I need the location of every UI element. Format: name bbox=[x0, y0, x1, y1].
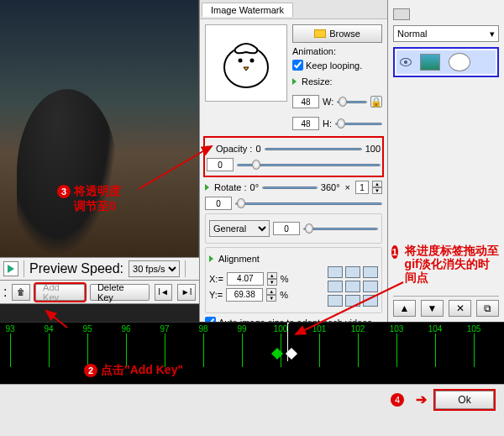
delete-layer-button[interactable]: ✕ bbox=[449, 300, 471, 317]
general-slider[interactable] bbox=[303, 222, 378, 235]
align-x-input[interactable] bbox=[227, 272, 264, 286]
expand-icon[interactable] bbox=[209, 255, 213, 262]
folder-icon bbox=[314, 29, 326, 38]
expand-icon[interactable] bbox=[207, 145, 211, 152]
play-icon bbox=[8, 265, 14, 273]
prev-key-button[interactable]: I◄ bbox=[155, 284, 173, 301]
arrow-icon: ➔ bbox=[416, 391, 427, 407]
align-y-input[interactable] bbox=[226, 288, 263, 302]
blend-mode-select[interactable]: Normal▾ bbox=[393, 25, 499, 42]
timeline-tick: 95 bbox=[71, 324, 104, 367]
marker-2: 2 bbox=[84, 364, 97, 377]
opacity-input[interactable] bbox=[207, 158, 234, 171]
layers-panel: Normal▾ 1 将进度标签拖动至gif淡化消失的时间点 ▲ ▼ ✕ ⧉ bbox=[388, 0, 504, 322]
general-input[interactable] bbox=[273, 222, 300, 235]
opacity-max: 100 bbox=[365, 144, 381, 154]
watermark-thumbnail[interactable] bbox=[205, 24, 287, 102]
annotation-3: 3将透明度 调节至0 bbox=[57, 183, 121, 213]
expand-icon[interactable] bbox=[292, 78, 297, 85]
marker-3: 3 bbox=[57, 185, 71, 198]
browse-button[interactable]: Browse bbox=[292, 24, 382, 43]
annotation-2: 2点击"Add Key" bbox=[84, 363, 183, 378]
rotate-marker bbox=[262, 181, 318, 194]
play-button[interactable] bbox=[3, 261, 18, 276]
layer-row[interactable] bbox=[396, 50, 496, 74]
resize-w-slider[interactable] bbox=[337, 95, 367, 108]
y-spinner[interactable]: ▲▼ bbox=[266, 288, 276, 302]
layers-list bbox=[393, 47, 499, 77]
marker-4: 4 bbox=[391, 393, 404, 407]
timeline-tick: 99 bbox=[225, 324, 259, 367]
watermark-panel: Image Watermark Browse An bbox=[199, 0, 388, 322]
svg-point-2 bbox=[250, 59, 255, 63]
opacity-label: Opacity : bbox=[216, 144, 252, 154]
resize-h-input[interactable] bbox=[292, 117, 319, 130]
svg-point-1 bbox=[239, 59, 243, 63]
move-down-button[interactable]: ▼ bbox=[421, 300, 444, 317]
next-key-button[interactable]: ►I bbox=[177, 284, 196, 301]
x-spinner[interactable]: ▲▼ bbox=[267, 272, 277, 286]
timeline-tick: 98 bbox=[186, 324, 220, 367]
key-toolbar: : 🗑 Add Key Delete Key I◄ ►I bbox=[0, 281, 199, 304]
opacity-min: 0 bbox=[255, 144, 260, 154]
key-prefix: : bbox=[3, 285, 7, 300]
rotate-label: Rotate : bbox=[214, 182, 247, 192]
keep-looping-checkbox[interactable]: Keep looping. bbox=[292, 60, 382, 71]
timeline-tick: 94 bbox=[32, 324, 66, 367]
timeline-tick: 100 bbox=[264, 324, 297, 367]
watermark-bird-icon bbox=[217, 34, 276, 92]
chevron-down-icon: ▾ bbox=[490, 29, 495, 39]
bottom-bar: 4 ➔ Ok bbox=[0, 384, 504, 414]
printer-icon[interactable] bbox=[393, 8, 410, 20]
marker-1: 1 bbox=[391, 245, 398, 259]
preview-toolbar: Preview Speed: 30 fps/s bbox=[0, 257, 199, 281]
alignment-label: Alignment bbox=[218, 254, 260, 264]
delete-icon-button[interactable]: 🗑 bbox=[12, 284, 30, 301]
move-up-button[interactable]: ▲ bbox=[393, 300, 416, 317]
ok-button[interactable]: Ok bbox=[435, 391, 494, 409]
video-preview[interactable]: 3将透明度 调节至0 bbox=[0, 0, 199, 257]
timeline-tick: 96 bbox=[109, 324, 143, 367]
resize-w-input[interactable] bbox=[292, 95, 319, 108]
expand-icon[interactable] bbox=[205, 184, 209, 191]
duplicate-layer-button[interactable]: ⧉ bbox=[476, 300, 499, 317]
lock-aspect-button[interactable]: 🔒 bbox=[370, 96, 382, 108]
layer-ops: ▲ ▼ ✕ ⧉ bbox=[393, 296, 499, 317]
rotate-input[interactable] bbox=[205, 197, 232, 210]
animation-label: Animation: bbox=[292, 46, 382, 56]
opacity-group-highlight: Opacity : 0 100 bbox=[205, 138, 382, 176]
timeline-tick: 102 bbox=[341, 324, 375, 367]
alignment-grid[interactable] bbox=[328, 266, 378, 307]
add-key-button[interactable]: Add Key bbox=[35, 284, 85, 301]
timeline-tick: 104 bbox=[418, 324, 452, 367]
rotate-mult-input[interactable] bbox=[355, 181, 369, 194]
resize-h-slider[interactable] bbox=[335, 117, 382, 130]
resize-label: Resize: bbox=[302, 76, 333, 87]
preview-speed-label: Preview Speed: bbox=[29, 261, 123, 276]
layer-watermark-thumb bbox=[449, 53, 470, 71]
timeline-tick: 101 bbox=[302, 324, 336, 367]
preview-speed-select[interactable]: 30 fps/s bbox=[129, 260, 180, 277]
opacity-marker-slider bbox=[265, 142, 362, 155]
timeline-tick: 93 bbox=[0, 324, 27, 367]
eye-icon[interactable] bbox=[400, 58, 412, 66]
annotation-1: 1 将进度标签拖动至gif淡化消失的时间点 bbox=[391, 244, 501, 284]
preview-column: 3将透明度 调节至0 Preview Speed: 30 fps/s : 🗑 A… bbox=[0, 0, 199, 322]
rotate-slider[interactable] bbox=[235, 197, 382, 210]
timeline-tick: 103 bbox=[380, 324, 413, 367]
opacity-slider[interactable] bbox=[237, 158, 381, 171]
rotate-mult-spinner[interactable]: ▲▼ bbox=[372, 181, 382, 194]
timeline-tick: 97 bbox=[148, 324, 181, 367]
timeline-tick: 105 bbox=[457, 324, 491, 367]
panel-tabs: Image Watermark bbox=[200, 0, 387, 19]
timeline-ruler[interactable]: 93949596979899100101102103104105 bbox=[0, 323, 504, 361]
tab-image-watermark[interactable]: Image Watermark bbox=[202, 3, 293, 17]
layer-video-thumb bbox=[420, 54, 440, 71]
timeline: You can press 'Shift' and drag key point… bbox=[0, 322, 504, 384]
general-select[interactable]: General bbox=[209, 220, 270, 237]
delete-key-button[interactable]: Delete Key bbox=[90, 284, 150, 301]
